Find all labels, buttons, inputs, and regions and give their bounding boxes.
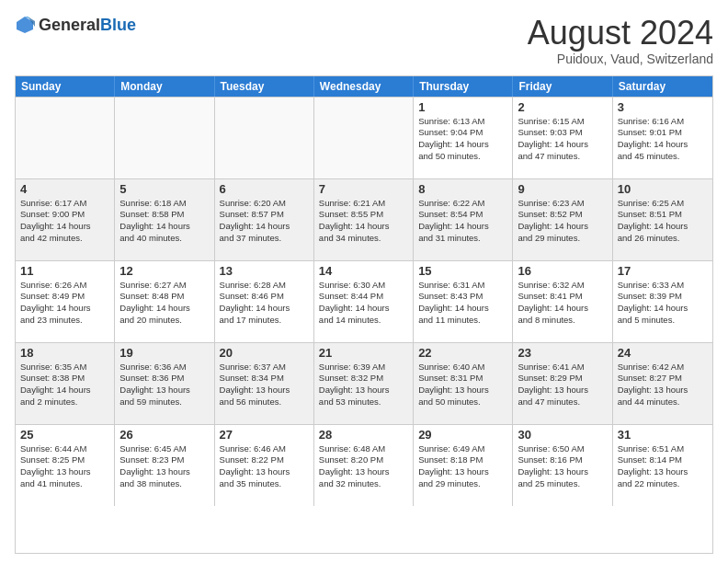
- day-number: 10: [618, 182, 708, 196]
- header-day-friday: Friday: [513, 76, 612, 97]
- cal-cell: 13Sunrise: 6:28 AM Sunset: 8:46 PM Dayli…: [215, 261, 314, 342]
- cal-cell: 11Sunrise: 6:26 AM Sunset: 8:49 PM Dayli…: [16, 261, 115, 342]
- day-number: 13: [220, 264, 309, 278]
- cal-cell: 7Sunrise: 6:21 AM Sunset: 8:55 PM Daylig…: [314, 179, 414, 260]
- day-info: Sunrise: 6:41 AM Sunset: 8:29 PM Dayligh…: [518, 362, 607, 408]
- day-info: Sunrise: 6:46 AM Sunset: 8:22 PM Dayligh…: [220, 443, 309, 490]
- cal-cell: 3Sunrise: 6:16 AM Sunset: 9:01 PM Daylig…: [613, 98, 712, 178]
- day-info: Sunrise: 6:50 AM Sunset: 8:16 PM Dayligh…: [518, 443, 607, 490]
- day-info: Sunrise: 6:23 AM Sunset: 8:52 PM Dayligh…: [518, 198, 607, 245]
- day-number: 31: [618, 428, 708, 442]
- logo-icon: [15, 15, 35, 35]
- day-number: 28: [319, 428, 408, 442]
- day-info: Sunrise: 6:42 AM Sunset: 8:27 PM Dayligh…: [618, 362, 708, 408]
- cal-cell: [314, 98, 414, 178]
- day-number: 29: [418, 428, 507, 442]
- day-number: 17: [618, 264, 708, 278]
- day-number: 15: [418, 264, 507, 278]
- day-info: Sunrise: 6:15 AM Sunset: 9:03 PM Dayligh…: [518, 116, 607, 163]
- page: GeneralBlue August 2024 Puidoux, Vaud, S…: [0, 0, 728, 563]
- day-number: 23: [518, 346, 607, 360]
- day-info: Sunrise: 6:28 AM Sunset: 8:46 PM Dayligh…: [220, 280, 309, 327]
- header-day-tuesday: Tuesday: [215, 76, 314, 97]
- day-info: Sunrise: 6:18 AM Sunset: 8:58 PM Dayligh…: [119, 198, 209, 245]
- cal-cell: 16Sunrise: 6:32 AM Sunset: 8:41 PM Dayli…: [513, 261, 612, 342]
- cal-cell: 9Sunrise: 6:23 AM Sunset: 8:52 PM Daylig…: [513, 179, 612, 260]
- cal-cell: 24Sunrise: 6:42 AM Sunset: 8:27 PM Dayli…: [613, 343, 712, 424]
- week-row-5: 25Sunrise: 6:44 AM Sunset: 8:25 PM Dayli…: [16, 424, 712, 506]
- cal-cell: 14Sunrise: 6:30 AM Sunset: 8:44 PM Dayli…: [314, 261, 414, 342]
- cal-cell: 23Sunrise: 6:41 AM Sunset: 8:29 PM Dayli…: [513, 343, 612, 424]
- cal-cell: 18Sunrise: 6:35 AM Sunset: 8:38 PM Dayli…: [16, 343, 115, 424]
- day-number: 26: [119, 428, 209, 442]
- day-info: Sunrise: 6:20 AM Sunset: 8:57 PM Dayligh…: [220, 198, 309, 245]
- header: GeneralBlue August 2024 Puidoux, Vaud, S…: [15, 15, 713, 66]
- header-day-thursday: Thursday: [414, 76, 513, 97]
- day-info: Sunrise: 6:35 AM Sunset: 8:38 PM Dayligh…: [20, 362, 109, 408]
- cal-cell: 22Sunrise: 6:40 AM Sunset: 8:31 PM Dayli…: [414, 343, 513, 424]
- cal-cell: [115, 98, 214, 178]
- day-number: 7: [319, 182, 408, 196]
- day-number: 12: [119, 264, 209, 278]
- cal-cell: 5Sunrise: 6:18 AM Sunset: 8:58 PM Daylig…: [115, 179, 214, 260]
- day-info: Sunrise: 6:25 AM Sunset: 8:51 PM Dayligh…: [618, 198, 708, 245]
- cal-cell: 12Sunrise: 6:27 AM Sunset: 8:48 PM Dayli…: [115, 261, 214, 342]
- logo-general: General: [39, 16, 100, 34]
- day-info: Sunrise: 6:30 AM Sunset: 8:44 PM Dayligh…: [319, 280, 408, 327]
- header-day-monday: Monday: [115, 76, 214, 97]
- week-row-4: 18Sunrise: 6:35 AM Sunset: 8:38 PM Dayli…: [16, 342, 712, 424]
- day-info: Sunrise: 6:36 AM Sunset: 8:36 PM Dayligh…: [119, 362, 209, 408]
- cal-cell: 27Sunrise: 6:46 AM Sunset: 8:22 PM Dayli…: [215, 425, 314, 506]
- cal-cell: 10Sunrise: 6:25 AM Sunset: 8:51 PM Dayli…: [613, 179, 712, 260]
- day-number: 16: [518, 264, 607, 278]
- day-info: Sunrise: 6:51 AM Sunset: 8:14 PM Dayligh…: [618, 443, 708, 490]
- cal-cell: 6Sunrise: 6:20 AM Sunset: 8:57 PM Daylig…: [215, 179, 314, 260]
- calendar-header: SundayMondayTuesdayWednesdayThursdayFrid…: [16, 76, 712, 97]
- day-number: 30: [518, 428, 607, 442]
- cal-cell: 2Sunrise: 6:15 AM Sunset: 9:03 PM Daylig…: [513, 98, 612, 178]
- cal-cell: 15Sunrise: 6:31 AM Sunset: 8:43 PM Dayli…: [414, 261, 513, 342]
- day-info: Sunrise: 6:16 AM Sunset: 9:01 PM Dayligh…: [618, 116, 708, 163]
- cal-cell: [16, 98, 115, 178]
- day-info: Sunrise: 6:32 AM Sunset: 8:41 PM Dayligh…: [518, 280, 607, 327]
- calendar: SundayMondayTuesdayWednesdayThursdayFrid…: [15, 75, 713, 554]
- day-info: Sunrise: 6:39 AM Sunset: 8:32 PM Dayligh…: [319, 362, 408, 408]
- day-number: 2: [518, 100, 607, 114]
- day-number: 5: [119, 182, 209, 196]
- cal-cell: 31Sunrise: 6:51 AM Sunset: 8:14 PM Dayli…: [613, 425, 712, 506]
- day-number: 24: [618, 346, 708, 360]
- cal-cell: 28Sunrise: 6:48 AM Sunset: 8:20 PM Dayli…: [314, 425, 414, 506]
- day-info: Sunrise: 6:49 AM Sunset: 8:18 PM Dayligh…: [418, 443, 507, 490]
- cal-cell: 20Sunrise: 6:37 AM Sunset: 8:34 PM Dayli…: [215, 343, 314, 424]
- day-info: Sunrise: 6:45 AM Sunset: 8:23 PM Dayligh…: [119, 443, 209, 490]
- month-title: August 2024: [528, 15, 713, 52]
- cal-cell: 1Sunrise: 6:13 AM Sunset: 9:04 PM Daylig…: [414, 98, 513, 178]
- day-info: Sunrise: 6:31 AM Sunset: 8:43 PM Dayligh…: [418, 280, 507, 327]
- day-number: 6: [220, 182, 309, 196]
- logo: GeneralBlue: [15, 15, 136, 35]
- header-day-sunday: Sunday: [16, 76, 115, 97]
- cal-cell: 30Sunrise: 6:50 AM Sunset: 8:16 PM Dayli…: [513, 425, 612, 506]
- logo-text: GeneralBlue: [39, 16, 136, 35]
- day-number: 21: [319, 346, 408, 360]
- cal-cell: 8Sunrise: 6:22 AM Sunset: 8:54 PM Daylig…: [414, 179, 513, 260]
- cal-cell: 25Sunrise: 6:44 AM Sunset: 8:25 PM Dayli…: [16, 425, 115, 506]
- day-number: 14: [319, 264, 408, 278]
- week-row-1: 1Sunrise: 6:13 AM Sunset: 9:04 PM Daylig…: [16, 97, 712, 178]
- day-info: Sunrise: 6:17 AM Sunset: 9:00 PM Dayligh…: [20, 198, 109, 245]
- header-day-saturday: Saturday: [613, 76, 712, 97]
- day-info: Sunrise: 6:26 AM Sunset: 8:49 PM Dayligh…: [20, 280, 109, 327]
- title-area: August 2024 Puidoux, Vaud, Switzerland: [528, 15, 713, 66]
- cal-cell: 19Sunrise: 6:36 AM Sunset: 8:36 PM Dayli…: [115, 343, 214, 424]
- day-info: Sunrise: 6:37 AM Sunset: 8:34 PM Dayligh…: [220, 362, 309, 408]
- day-info: Sunrise: 6:27 AM Sunset: 8:48 PM Dayligh…: [119, 280, 209, 327]
- cal-cell: 29Sunrise: 6:49 AM Sunset: 8:18 PM Dayli…: [414, 425, 513, 506]
- day-number: 20: [220, 346, 309, 360]
- day-number: 19: [119, 346, 209, 360]
- calendar-body: 1Sunrise: 6:13 AM Sunset: 9:04 PM Daylig…: [16, 97, 712, 506]
- cal-cell: [215, 98, 314, 178]
- day-info: Sunrise: 6:40 AM Sunset: 8:31 PM Dayligh…: [418, 362, 507, 408]
- day-number: 22: [418, 346, 507, 360]
- day-number: 11: [20, 264, 109, 278]
- day-info: Sunrise: 6:44 AM Sunset: 8:25 PM Dayligh…: [20, 443, 109, 490]
